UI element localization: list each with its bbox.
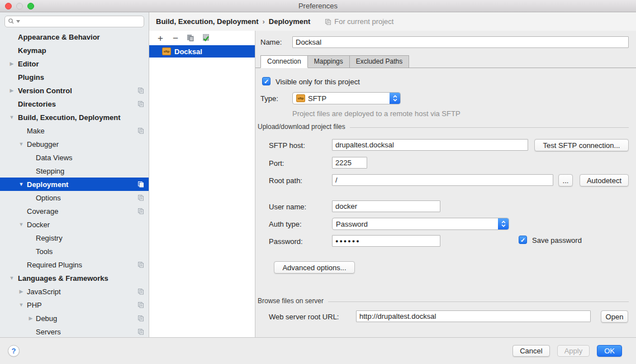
cancel-button[interactable]: Cancel xyxy=(512,345,549,357)
visible-only-checkbox[interactable]: ✓ xyxy=(262,77,270,85)
sidebar-item-stepping[interactable]: Stepping xyxy=(0,164,149,178)
deployment-connection-form: Name: Connection Mappings Excluded Paths… xyxy=(255,31,636,337)
type-help-text: Project files are deployed to a remote h… xyxy=(292,109,461,118)
password-input[interactable] xyxy=(332,235,440,247)
sidebar-item-coverage[interactable]: Coverage xyxy=(0,204,149,218)
search-options-chevron-icon[interactable] xyxy=(16,20,20,23)
sidebar-item-registry[interactable]: Registry xyxy=(0,231,149,245)
settings-sidebar: Appearance & Behavior Keymap ▶ Editor xyxy=(0,12,149,337)
sidebar-item-debug[interactable]: ▶ Debug xyxy=(0,312,149,325)
test-sftp-connection-button[interactable]: Test SFTP connection... xyxy=(534,139,629,151)
sidebar-item-required-plugins[interactable]: Required Plugins xyxy=(0,258,149,271)
sidebar-item-directories[interactable]: Directories xyxy=(0,97,149,111)
server-list-item-docksal[interactable]: sftp Docksal xyxy=(149,45,255,58)
user-name-input[interactable] xyxy=(332,200,440,212)
tree-expand-arrow-icon[interactable]: ▼ xyxy=(18,181,25,187)
section-rule xyxy=(350,127,629,128)
browse-section-header: Browse files on server xyxy=(258,297,629,305)
sidebar-item-deployment[interactable]: ▼ Deployment xyxy=(0,178,149,191)
shareable-settings-icon xyxy=(137,87,144,95)
sidebar-item-label: Stepping xyxy=(36,167,64,175)
name-label: Name: xyxy=(260,38,282,46)
tab-excluded-paths[interactable]: Excluded Paths xyxy=(349,55,409,68)
visible-only-label[interactable]: Visible only for this project xyxy=(276,78,360,86)
sidebar-item-options[interactable]: Options xyxy=(0,191,149,204)
tree-expand-arrow-icon[interactable]: ▼ xyxy=(8,114,15,120)
sidebar-item-make[interactable]: Make xyxy=(0,124,149,137)
open-url-button[interactable]: Open xyxy=(601,310,628,323)
root-path-input[interactable] xyxy=(332,174,553,186)
popup-arrows-icon xyxy=(390,93,400,104)
name-input[interactable] xyxy=(292,36,629,48)
sidebar-item-appearance-behavior[interactable]: Appearance & Behavior xyxy=(0,30,149,44)
auth-type-select[interactable]: Password xyxy=(332,218,509,230)
tree-expand-arrow-icon[interactable]: ▶ xyxy=(27,315,34,321)
copy-server-button[interactable] xyxy=(186,34,195,43)
tab-mappings[interactable]: Mappings xyxy=(307,55,350,68)
sidebar-item-data-views[interactable]: Data Views xyxy=(0,151,149,164)
sidebar-item-label: Editor xyxy=(18,60,39,68)
popup-arrows-icon xyxy=(498,218,509,229)
sidebar-item-label: Servers xyxy=(36,328,61,336)
advanced-options-button[interactable]: Advanced options... xyxy=(274,261,355,274)
shareable-settings-icon xyxy=(137,328,144,337)
shareable-settings-icon xyxy=(137,315,144,323)
tree-expand-arrow-icon[interactable]: ▼ xyxy=(18,141,25,147)
tree-expand-arrow-icon[interactable]: ▼ xyxy=(18,222,25,227)
tree-expand-arrow-icon[interactable]: ▶ xyxy=(18,289,25,294)
apply-button[interactable]: Apply xyxy=(557,345,590,357)
zoom-window-button[interactable] xyxy=(27,3,34,9)
web-server-root-url-input[interactable] xyxy=(356,310,591,322)
save-password-label[interactable]: Save password xyxy=(532,236,582,245)
sidebar-item-label: Debug xyxy=(36,314,57,323)
ok-button[interactable]: OK xyxy=(597,345,622,357)
sidebar-item-debugger[interactable]: ▼ Debugger xyxy=(0,137,149,151)
sidebar-item-plugins[interactable]: Plugins xyxy=(0,70,149,84)
sidebar-item-build-execution-deployment[interactable]: ▼ Build, Execution, Deployment xyxy=(0,111,149,124)
deployment-servers-panel: + − xyxy=(149,31,255,337)
type-value: SFTP xyxy=(308,94,326,103)
settings-search-input[interactable] xyxy=(4,16,144,27)
browse-root-path-button[interactable]: ... xyxy=(558,174,573,186)
sftp-host-input[interactable] xyxy=(332,139,528,151)
sidebar-item-label: Directories xyxy=(18,100,56,108)
port-input[interactable] xyxy=(332,157,367,169)
use-as-default-button[interactable] xyxy=(201,33,210,43)
tree-expand-arrow-icon[interactable]: ▶ xyxy=(8,61,15,66)
tree-expand-arrow-icon[interactable]: ▼ xyxy=(8,275,15,281)
sidebar-item-label: Debugger xyxy=(27,140,59,149)
titlebar: Preferences xyxy=(0,0,636,12)
tab-connection[interactable]: Connection xyxy=(260,55,308,68)
sidebar-item-docker[interactable]: ▼ Docker xyxy=(0,218,149,231)
shareable-settings-icon xyxy=(137,261,144,270)
sidebar-item-javascript[interactable]: ▶ JavaScript xyxy=(0,285,149,298)
shareable-settings-icon xyxy=(137,181,144,189)
sidebar-item-label: Options xyxy=(36,194,61,202)
minimize-window-button xyxy=(16,3,23,9)
type-label: Type: xyxy=(260,94,278,103)
sidebar-item-languages-frameworks[interactable]: ▼ Languages & Frameworks xyxy=(0,271,149,285)
type-select[interactable]: sftp SFTP xyxy=(292,92,401,104)
sidebar-item-version-control[interactable]: ▶ Version Control xyxy=(0,84,149,97)
sidebar-item-keymap[interactable]: Keymap xyxy=(0,44,149,57)
sftp-file-icon: sftp xyxy=(162,47,171,55)
sidebar-item-php[interactable]: ▼ PHP xyxy=(0,298,149,312)
shareable-settings-icon xyxy=(137,208,144,216)
upload-section-header: Upload/download project files xyxy=(258,123,629,131)
autodetect-button[interactable]: Autodetect xyxy=(580,174,629,186)
shareable-settings-icon xyxy=(137,194,144,203)
breadcrumb-separator-icon: › xyxy=(262,17,264,26)
remove-server-button[interactable]: − xyxy=(171,35,180,42)
preferences-window: Preferences Appearance & Behavior xyxy=(0,0,636,364)
close-window-button[interactable] xyxy=(5,3,12,9)
tree-expand-arrow-icon[interactable]: ▼ xyxy=(18,302,25,308)
sidebar-item-editor[interactable]: ▶ Editor xyxy=(0,57,149,70)
scope-label: For current project xyxy=(334,17,393,26)
sidebar-item-tools[interactable]: Tools xyxy=(0,245,149,258)
help-button[interactable]: ? xyxy=(8,345,20,357)
sidebar-item-label: Docker xyxy=(27,221,50,229)
save-password-checkbox[interactable]: ✓ xyxy=(519,236,527,244)
add-server-button[interactable]: + xyxy=(156,35,165,42)
sidebar-item-servers[interactable]: Servers xyxy=(0,325,149,337)
tree-expand-arrow-icon[interactable]: ▶ xyxy=(8,88,15,93)
